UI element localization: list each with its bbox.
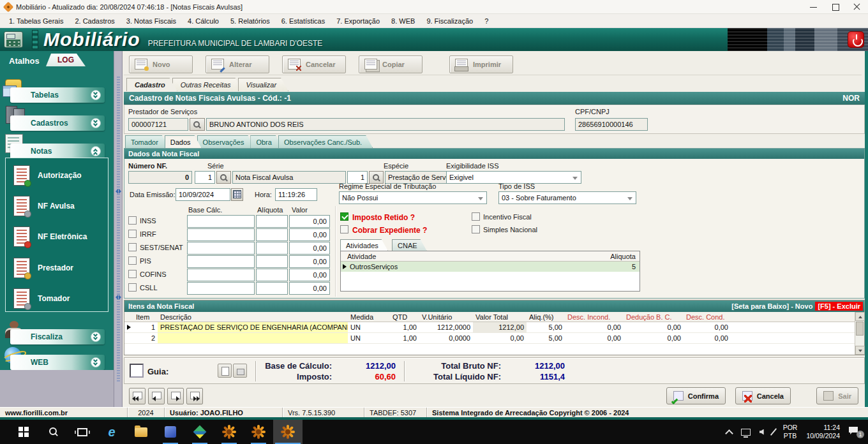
- serie-search-button[interactable]: [216, 171, 231, 184]
- sidebar-log-tab[interactable]: LOG: [46, 54, 86, 66]
- confirma-button[interactable]: Confirma: [666, 387, 726, 404]
- cancelar-button[interactable]: Cancelar: [282, 56, 346, 73]
- cobrar-expediente-checkbox[interactable]: [340, 225, 348, 233]
- especie-field[interactable]: 1: [347, 171, 368, 184]
- close-icon[interactable]: [846, 0, 868, 14]
- calendar-button[interactable]: [231, 188, 243, 201]
- clock[interactable]: 11:24 10/09/2024: [806, 424, 840, 440]
- taskbar-fiorilli-1[interactable]: [214, 420, 244, 444]
- tab-cadastro[interactable]: Cadastro: [126, 78, 177, 91]
- scrollbar-thumb[interactable]: [856, 322, 864, 336]
- sidebar-item-tabelas[interactable]: Tabelas: [10, 87, 105, 103]
- sidebar-item-autorizacao[interactable]: Autorização: [10, 162, 104, 189]
- menu-calculo[interactable]: 4. Cálculo: [183, 15, 224, 27]
- chevron-up-icon[interactable]: [91, 146, 101, 156]
- sidebar-item-nf-avulsa[interactable]: NF Avulsa: [10, 193, 104, 219]
- first-record-button[interactable]: [129, 388, 146, 404]
- sest-valor-field[interactable]: 0,00: [289, 242, 330, 255]
- menu-exportacao[interactable]: 7. Exportação: [331, 15, 385, 27]
- menu-estatisticas[interactable]: 6. Estatísticas: [276, 15, 330, 27]
- cofins-valor-field[interactable]: 0,00: [289, 269, 330, 281]
- prestador-codigo-field[interactable]: 000007121: [128, 118, 188, 131]
- cofins-checkbox[interactable]: [128, 270, 137, 278]
- taskbar-ie[interactable]: e: [97, 420, 126, 444]
- network-icon[interactable]: [741, 429, 751, 436]
- splitter-handle[interactable]: [114, 51, 123, 407]
- tipo-iss-select[interactable]: 03 - Sobre Faturamento: [498, 191, 636, 204]
- csll-base-field[interactable]: [187, 282, 255, 295]
- exigibilidade-select[interactable]: Exigivel: [446, 171, 581, 184]
- guia-print-button[interactable]: [233, 364, 247, 378]
- chevron-down-icon[interactable]: [91, 90, 101, 100]
- imprimir-button[interactable]: Imprimir: [449, 56, 513, 73]
- tab-tomador[interactable]: Tomador: [125, 135, 169, 148]
- menu-relatorios[interactable]: 5. Relatórios: [225, 15, 275, 27]
- menu-notas-fiscais[interactable]: 3. Notas Fiscais: [121, 15, 181, 27]
- sidebar-item-notas[interactable]: Notas: [10, 144, 105, 159]
- atividade-row[interactable]: OutrosServiços 5: [341, 262, 640, 272]
- sest-base-field[interactable]: [187, 242, 255, 255]
- inss-aliquota-field[interactable]: [256, 215, 288, 228]
- csll-valor-field[interactable]: 0,00: [289, 282, 330, 295]
- copiar-button[interactable]: Copiar: [359, 56, 423, 73]
- sest-checkbox[interactable]: [128, 243, 137, 251]
- inss-base-field[interactable]: [187, 215, 255, 228]
- data-emissao-field[interactable]: 10/09/2024: [176, 188, 230, 201]
- cancela-button[interactable]: Cancela: [735, 387, 791, 404]
- especie-search-button[interactable]: [369, 171, 384, 184]
- sidebar-item-web[interactable]: WEB: [10, 355, 105, 370]
- irrf-valor-field[interactable]: 0,00: [289, 228, 330, 241]
- guia-checkbox[interactable]: [130, 364, 144, 378]
- irrf-checkbox[interactable]: [128, 230, 137, 238]
- power-icon[interactable]: [848, 31, 864, 48]
- prestador-nome-field[interactable]: BRUNO ANTONIO DOS REIS: [206, 118, 565, 131]
- cofins-base-field[interactable]: [187, 269, 255, 281]
- numero-field[interactable]: 0: [128, 171, 192, 184]
- scroll-down-icon[interactable]: [855, 346, 865, 355]
- language-indicator[interactable]: POR PTB: [783, 424, 798, 440]
- splitter-arrows-icon[interactable]: [115, 189, 122, 194]
- irrf-base-field[interactable]: [187, 228, 255, 241]
- serie-field[interactable]: 1: [195, 171, 215, 184]
- pis-checkbox[interactable]: [128, 256, 137, 265]
- table-row[interactable]: 2 UN 1,00 0,0000 0,00 5,00 0,00 0,00 0,0…: [124, 333, 855, 344]
- novo-button[interactable]: Novo: [129, 56, 193, 73]
- sidebar-item-tomador[interactable]: Tomador: [10, 285, 104, 312]
- taskbar-app-map[interactable]: [185, 420, 214, 444]
- pis-valor-field[interactable]: 0,00: [289, 255, 330, 268]
- itens-scrollbar[interactable]: [855, 312, 864, 355]
- last-record-button[interactable]: [186, 388, 203, 404]
- pis-base-field[interactable]: [187, 255, 255, 268]
- splitter-arrows-icon[interactable]: [115, 295, 122, 300]
- cpf-field[interactable]: 28656910000146: [575, 118, 648, 131]
- menu-cadastros[interactable]: 2. Cadastros: [70, 15, 119, 27]
- incentivo-checkbox[interactable]: [472, 212, 480, 221]
- notification-icon[interactable]: 1: [849, 427, 862, 437]
- next-record-button[interactable]: [167, 388, 184, 404]
- taskbar-search-button[interactable]: [38, 420, 68, 444]
- chevron-down-icon[interactable]: [91, 118, 101, 128]
- menu-help[interactable]: ?: [479, 15, 493, 27]
- hora-field[interactable]: 11:19:26: [275, 188, 317, 201]
- tab-obra[interactable]: Obra: [250, 135, 282, 148]
- imposto-retido-checkbox[interactable]: [340, 212, 348, 221]
- csll-aliquota-field[interactable]: [256, 282, 288, 295]
- tab-cnae[interactable]: CNAE: [392, 239, 427, 251]
- csll-checkbox[interactable]: [128, 283, 137, 292]
- regime-select[interactable]: Não Possui: [339, 191, 487, 204]
- sidebar-item-prestador[interactable]: Prestador: [10, 255, 104, 281]
- start-button[interactable]: [9, 420, 38, 444]
- sidebar-item-cadastros[interactable]: Cadastros: [10, 115, 105, 131]
- restore-icon[interactable]: [825, 0, 846, 14]
- task-view-button[interactable]: [68, 420, 97, 444]
- pen-icon[interactable]: [770, 428, 777, 436]
- taskbar-app-blue[interactable]: [156, 420, 185, 444]
- taskbar-fiorilli-2[interactable]: [244, 420, 273, 444]
- speaker-icon[interactable]: [760, 429, 764, 435]
- inss-checkbox[interactable]: [128, 216, 137, 225]
- chevron-down-icon[interactable]: [91, 357, 101, 367]
- irrf-aliquota-field[interactable]: [256, 228, 288, 241]
- minimize-icon[interactable]: [803, 0, 825, 14]
- serie-desc-field[interactable]: Nota Fiscal Avulsa: [232, 171, 346, 184]
- tab-dados[interactable]: Dados: [165, 135, 202, 148]
